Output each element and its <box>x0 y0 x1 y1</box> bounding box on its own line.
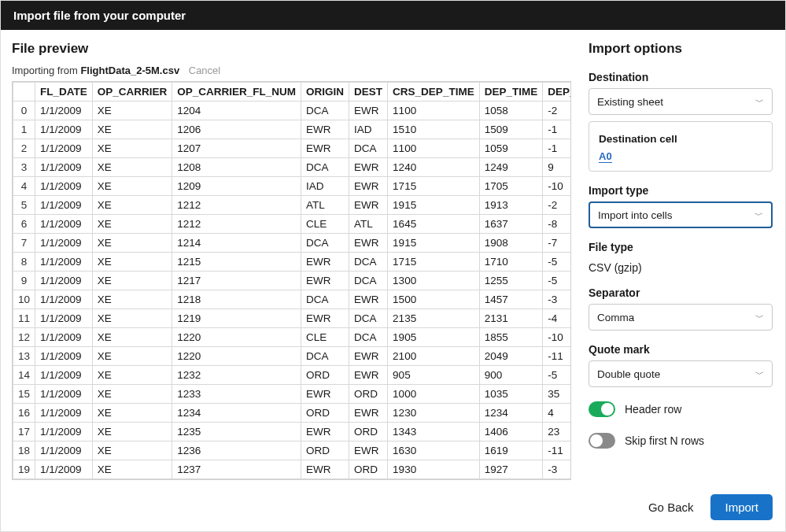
table-cell: 1/1/2009 <box>35 441 93 460</box>
go-back-button[interactable]: Go Back <box>645 494 697 520</box>
table-cell: XE <box>92 423 172 441</box>
table-cell: 1/1/2009 <box>35 215 93 234</box>
destination-value: Existing sheet <box>597 96 663 108</box>
table-cell: 1217 <box>172 272 301 290</box>
table-row[interactable]: 41/1/2009XE1209IADEWR17151705-10 <box>13 177 572 196</box>
table-row[interactable]: 151/1/2009XE1233EWRORD1000103535 <box>13 385 572 404</box>
table-cell: 1240 <box>388 158 480 177</box>
table-cell: 1/1/2009 <box>35 328 93 347</box>
preview-heading: File preview <box>12 41 571 57</box>
table-cell: IAD <box>301 177 349 196</box>
import-type-select[interactable]: Import into cells ﹀ <box>589 201 773 228</box>
table-cell: 1300 <box>388 272 480 290</box>
table-cell: 1/1/2009 <box>35 290 93 309</box>
table-cell: 1930 <box>388 460 480 479</box>
row-index: 4 <box>13 177 35 196</box>
table-cell: EWR <box>349 177 388 196</box>
quote-mark-value: Double quote <box>597 368 660 380</box>
skip-rows-toggle[interactable] <box>589 433 615 449</box>
column-header[interactable]: FL_DATE <box>35 83 93 102</box>
table-cell: 1913 <box>479 196 543 215</box>
table-cell: 1215 <box>172 253 301 272</box>
table-cell: 23 <box>543 423 571 441</box>
table-row[interactable]: 141/1/2009XE1232ORDEWR905900-5 <box>13 366 572 385</box>
table-cell: -10 <box>543 328 571 347</box>
table-cell: DCA <box>301 290 349 309</box>
table-row[interactable]: 161/1/2009XE1234ORDEWR123012344 <box>13 404 572 423</box>
table-cell: 1/1/2009 <box>35 347 93 366</box>
table-row[interactable]: 91/1/2009XE1217EWRDCA13001255-5 <box>13 272 572 290</box>
dialog-body: File preview Importing from FlightData_2… <box>1 30 785 486</box>
table-cell: XE <box>92 385 172 404</box>
table-cell: 1/1/2009 <box>35 139 93 158</box>
header-row-toggle[interactable] <box>589 401 615 417</box>
table-cell: EWR <box>349 366 388 385</box>
table-cell: EWR <box>349 404 388 423</box>
table-cell: XE <box>92 309 172 328</box>
table-row[interactable]: 11/1/2009XE1206EWRIAD15101509-1 <box>13 120 572 139</box>
header-row-toggle-label: Header row <box>625 403 681 416</box>
table-cell: DCA <box>349 272 388 290</box>
preview-table-container[interactable]: FL_DATEOP_CARRIEROP_CARRIER_FL_NUMORIGIN… <box>12 81 571 480</box>
table-row[interactable]: 131/1/2009XE1220DCAEWR21002049-11 <box>13 347 572 366</box>
column-header[interactable]: OP_CARRIER <box>92 83 172 102</box>
table-cell: EWR <box>349 441 388 460</box>
table-row[interactable]: 61/1/2009XE1212CLEATL16451637-8 <box>13 215 572 234</box>
table-cell: EWR <box>349 290 388 309</box>
table-cell: 1234 <box>172 404 301 423</box>
table-row[interactable]: 31/1/2009XE1208DCAEWR124012499 <box>13 158 572 177</box>
table-cell: 1/1/2009 <box>35 460 93 479</box>
destination-cell-link[interactable]: A0 <box>599 150 612 163</box>
table-cell: XE <box>92 441 172 460</box>
table-cell: 1500 <box>388 290 480 309</box>
options-panel: Import options Destination Existing shee… <box>582 30 785 486</box>
import-button[interactable]: Import <box>710 494 773 520</box>
importing-filename: FlightData_2-5M.csv <box>80 65 179 76</box>
column-header[interactable]: DEST <box>349 83 388 102</box>
destination-select[interactable]: Existing sheet ﹀ <box>589 88 773 115</box>
column-header[interactable]: DEP_TIME <box>479 83 543 102</box>
table-cell: 1249 <box>479 158 543 177</box>
table-cell: 1/1/2009 <box>35 253 93 272</box>
table-cell: EWR <box>301 385 349 404</box>
table-cell: ORD <box>349 460 388 479</box>
table-cell: 1058 <box>479 102 543 120</box>
table-cell: -4 <box>543 309 571 328</box>
table-cell: 1230 <box>388 404 480 423</box>
row-index: 2 <box>13 139 35 158</box>
table-row[interactable]: 171/1/2009XE1235EWRORD1343140623 <box>13 423 572 441</box>
table-cell: -8 <box>543 215 571 234</box>
table-cell: 1/1/2009 <box>35 102 93 120</box>
table-cell: DCA <box>349 328 388 347</box>
cancel-import-link[interactable]: Cancel <box>189 65 220 76</box>
table-cell: -5 <box>543 253 571 272</box>
table-cell: IAD <box>349 120 388 139</box>
table-row[interactable]: 181/1/2009XE1236ORDEWR16301619-11 <box>13 441 572 460</box>
row-index: 12 <box>13 328 35 347</box>
table-row[interactable]: 191/1/2009XE1237EWRORD19301927-3 <box>13 460 572 479</box>
table-cell: XE <box>92 158 172 177</box>
table-cell: ORD <box>349 423 388 441</box>
table-row[interactable]: 01/1/2009XE1204DCAEWR11001058-2 <box>13 102 572 120</box>
column-header[interactable]: CRS_DEP_TIME <box>388 83 480 102</box>
row-index: 16 <box>13 404 35 423</box>
file-type-value: CSV (gzip) <box>589 261 773 274</box>
column-header[interactable]: OP_CARRIER_FL_NUM <box>172 83 301 102</box>
table-cell: 35 <box>543 385 571 404</box>
column-header[interactable]: ORIGIN <box>301 83 349 102</box>
quote-mark-select[interactable]: Double quote ﹀ <box>589 360 773 387</box>
separator-value: Comma <box>597 312 634 323</box>
table-cell: XE <box>92 347 172 366</box>
column-header[interactable]: DEP_DELAY <box>543 83 571 102</box>
table-row[interactable]: 111/1/2009XE1219EWRDCA21352131-4 <box>13 309 572 328</box>
table-row[interactable]: 21/1/2009XE1207EWRDCA11001059-1 <box>13 139 572 158</box>
table-cell: 4 <box>543 404 571 423</box>
table-row[interactable]: 101/1/2009XE1218DCAEWR15001457-3 <box>13 290 572 309</box>
table-row[interactable]: 81/1/2009XE1215EWRDCA17151710-5 <box>13 253 572 272</box>
table-row[interactable]: 121/1/2009XE1220CLEDCA19051855-10 <box>13 328 572 347</box>
table-row[interactable]: 51/1/2009XE1212ATLEWR19151913-2 <box>13 196 572 215</box>
separator-select[interactable]: Comma ﹀ <box>589 304 773 331</box>
table-cell: -7 <box>543 234 571 253</box>
table-cell: 1915 <box>388 196 480 215</box>
table-row[interactable]: 71/1/2009XE1214DCAEWR19151908-7 <box>13 234 572 253</box>
